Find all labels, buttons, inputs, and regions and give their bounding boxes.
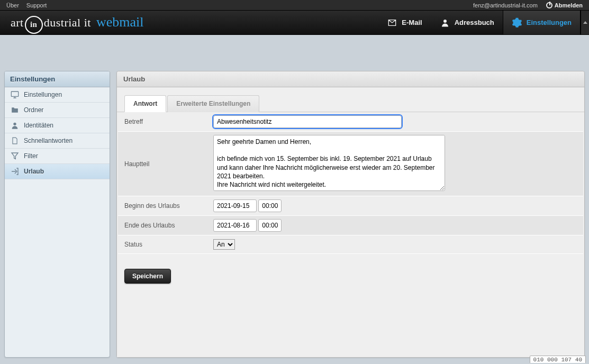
monitor-icon — [10, 90, 20, 99]
collapse-toolbar-button[interactable] — [581, 11, 589, 34]
body-label: Hauptteil — [118, 132, 209, 196]
gear-icon — [512, 17, 522, 28]
content-title: Urlaub — [117, 71, 584, 87]
logo-prefix: art — [11, 16, 24, 30]
svg-point-2 — [13, 123, 16, 125]
task-mail[interactable]: E-Mail — [378, 11, 430, 34]
user-email: fenz@artindustrial-it.com — [473, 2, 538, 8]
support-link[interactable]: Support — [26, 2, 47, 8]
logo-in-icon: in — [25, 16, 43, 34]
content-panel: Urlaub Antwort Erweiterte Einstellungen … — [116, 71, 585, 358]
status-label: Status — [118, 235, 209, 254]
tab-row: Antwort Erweiterte Einstellungen — [117, 87, 584, 112]
identity-icon — [10, 121, 20, 130]
logout-button[interactable]: Abmelden — [546, 2, 583, 8]
task-settings[interactable]: Einstellungen — [503, 11, 581, 34]
subject-label: Betreff — [118, 112, 209, 132]
filter-icon — [10, 152, 20, 160]
logo: art in dustrial it webmail — [11, 14, 143, 32]
topline: Über Support fenz@artindustrial-it.com A… — [0, 0, 589, 11]
end-label: Ende des Urlaubs — [118, 216, 209, 235]
task-settings-label: Einstellungen — [527, 19, 572, 26]
task-mail-label: E-Mail — [402, 19, 422, 26]
sidebar-title: Einstellungen — [5, 71, 110, 87]
sidebar-item-label: Schnellantworten — [24, 137, 73, 144]
sidebar-item-identities[interactable]: Identitäten — [5, 118, 110, 133]
document-icon — [10, 136, 20, 145]
svg-rect-1 — [11, 92, 18, 96]
sidebar-item-label: Einstellungen — [24, 91, 62, 98]
end-time-input[interactable] — [258, 219, 282, 232]
start-label: Beginn des Urlaubs — [118, 196, 209, 216]
corner-info: 010 000 107 40 — [530, 356, 586, 363]
subject-input[interactable] — [213, 115, 402, 128]
task-bar: E-Mail Adressbuch Einstellungen — [378, 11, 589, 34]
workspace: Einstellungen Einstellungen Ordner Ident… — [4, 41, 585, 358]
folder-icon — [10, 106, 20, 114]
task-addressbook[interactable]: Adressbuch — [431, 11, 503, 34]
save-button[interactable]: Speichern — [124, 269, 171, 284]
sidebar-item-filters[interactable]: Filter — [5, 149, 110, 164]
sidebar-item-folders[interactable]: Ordner — [5, 103, 110, 118]
sidebar-item-label: Urlaub — [24, 168, 44, 175]
logout-label: Abmelden — [555, 2, 583, 8]
tab-reply[interactable]: Antwort — [124, 95, 166, 112]
task-addressbook-label: Adressbuch — [455, 19, 494, 26]
sidebar-item-responses[interactable]: Schnellantworten — [5, 133, 110, 149]
mail-icon — [387, 17, 397, 28]
sidebar-item-label: Filter — [24, 152, 38, 160]
sidebar-item-label: Identitäten — [24, 122, 53, 129]
status-select[interactable]: An — [213, 239, 235, 250]
tab-advanced[interactable]: Erweiterte Einstellungen — [167, 95, 259, 112]
start-time-input[interactable] — [258, 199, 282, 212]
sidebar-item-vacation[interactable]: Urlaub — [5, 164, 110, 179]
end-date-input[interactable] — [213, 219, 257, 232]
sidebar-list: Einstellungen Ordner Identitäten Schnell… — [5, 87, 110, 179]
settings-sidebar: Einstellungen Einstellungen Ordner Ident… — [4, 71, 110, 358]
logo-suffix: dustrial it — [44, 16, 91, 30]
header: art in dustrial it webmail E-Mail Adress… — [0, 11, 589, 35]
sidebar-item-preferences[interactable]: Einstellungen — [5, 87, 110, 103]
sidebar-item-label: Ordner — [24, 106, 43, 114]
vacation-form: Betreff Hauptteil Beginn des Urlaubs — [118, 112, 583, 254]
start-date-input[interactable] — [213, 199, 257, 212]
about-link[interactable]: Über — [6, 2, 19, 8]
body-textarea[interactable] — [213, 135, 445, 191]
person-icon — [440, 17, 450, 28]
svg-point-0 — [443, 20, 447, 23]
vacation-icon — [10, 167, 20, 176]
power-icon — [546, 2, 552, 8]
logo-product: webmail — [96, 14, 144, 30]
